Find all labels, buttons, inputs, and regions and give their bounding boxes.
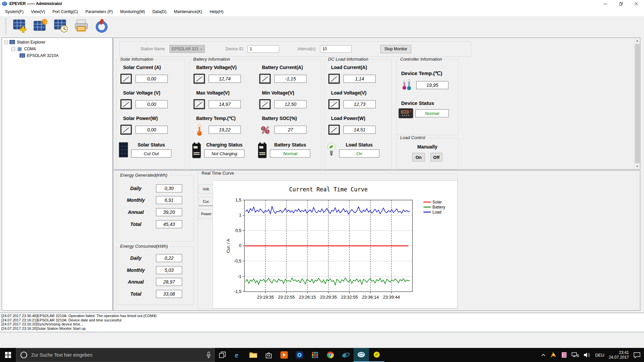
tab-cur[interactable]: Cur.	[199, 197, 214, 206]
vertical-scrollbar[interactable]: ▲ ▼	[634, 38, 640, 169]
station-settings-icon[interactable]: ⚡	[33, 18, 49, 34]
load-on-button[interactable]: On	[412, 153, 425, 162]
action-center-icon[interactable]	[633, 352, 641, 358]
avast-antivirus-icon[interactable]	[550, 352, 557, 358]
player-app-icon[interactable]	[292, 348, 307, 362]
tree-node-station-explorer[interactable]: − Station Explorer	[2, 39, 112, 46]
monitor-panel: Station Name EPSOLAR 321 ∨ Device ID 1 I…	[113, 38, 640, 170]
dc-load-information-title: DC Load Information	[327, 57, 370, 62]
light-bulb-icon	[326, 142, 336, 158]
file-explorer-icon[interactable]	[246, 348, 261, 362]
manually-label: Manually	[396, 144, 458, 149]
power-exit-icon[interactable]	[94, 18, 110, 34]
station-explorer-tree: − Station Explorer − COM4 EPSOLAR 3210A	[2, 38, 113, 311]
current-real-time-chart: Current Real Time CurveCur. / A1,510,50-…	[213, 180, 458, 308]
cortana-icon	[20, 351, 28, 359]
interval-label: Interval(s)	[298, 47, 316, 51]
battery-voltage-value: 12,74	[209, 75, 241, 83]
task-view-icon[interactable]	[215, 348, 230, 362]
real-time-curve-group: Real Time Curve Volt. Cur. Power Current…	[198, 173, 458, 309]
device-status-label: Device Status	[401, 100, 458, 106]
device-status-value: Normal	[415, 109, 449, 117]
energy-consumed-group: Energy Consumed(kWh) Daily 0,22 Monthly …	[116, 246, 194, 305]
add-station-icon[interactable]	[12, 18, 28, 34]
app-grid-icon[interactable]	[307, 348, 323, 362]
com-port-icon	[17, 47, 22, 52]
taskbar-search-input[interactable]: Zur Suche Text hier eingeben	[16, 348, 215, 362]
tab-volt[interactable]: Volt.	[199, 184, 214, 194]
svg-text:Load: Load	[432, 210, 441, 215]
battery-temp-value: 19,22	[209, 126, 241, 134]
interval-input[interactable]: 10	[320, 45, 352, 53]
scroll-up-icon[interactable]: ▲	[635, 38, 640, 44]
station-name-label: Station Name	[141, 47, 165, 51]
solar-power-value: 0,00	[136, 126, 168, 134]
system-tray: DEU 23:41 24.07.2017	[541, 348, 644, 362]
media-player-icon[interactable]	[276, 348, 292, 362]
device-id-input[interactable]: 1	[248, 45, 279, 53]
load-off-button[interactable]: Off	[430, 153, 442, 162]
tree-label-epsolar-3210a: EPSOLAR 3210A	[27, 53, 59, 58]
collapse-icon[interactable]: −	[4, 41, 8, 44]
menu-view[interactable]: View(V)	[27, 8, 49, 15]
scroll-down-icon[interactable]: ▼	[635, 164, 640, 169]
collapse-icon[interactable]: −	[11, 47, 15, 51]
scrollbar-thumb[interactable]	[635, 44, 640, 164]
store-icon[interactable]	[261, 348, 276, 362]
solar-voltage-value: 0,00	[136, 100, 168, 108]
svg-text:e: e	[343, 351, 346, 359]
restore-button[interactable]	[613, 0, 629, 7]
epever-app-taskbar-icon[interactable]	[354, 348, 369, 362]
svg-text:23:19:35: 23:19:35	[257, 295, 274, 300]
log-line: [24.07.2017 23:16:20]Synchronising devic…	[1, 322, 643, 326]
menu-system[interactable]: System(F)	[1, 8, 27, 15]
meter-gauge-icon	[259, 98, 271, 111]
station-name-select[interactable]: EPSOLAR 321 ∨	[169, 45, 205, 53]
battery-voltage-label: Battery Voltage(V)	[196, 65, 255, 70]
battery-current-value: -1,15	[274, 75, 307, 83]
microphone-icon[interactable]	[206, 352, 211, 358]
tree-node-com4[interactable]: − COM4	[2, 46, 112, 52]
start-button[interactable]	[0, 348, 16, 362]
toolbar: ⚡	[0, 16, 644, 36]
network-icon[interactable]	[572, 352, 579, 358]
chevron-down-icon: ∨	[200, 47, 202, 51]
meter-gauge-icon	[120, 72, 132, 85]
language-indicator[interactable]: DEU	[595, 353, 604, 358]
dual-thermometer-icon	[400, 79, 413, 92]
volume-icon[interactable]	[583, 352, 591, 358]
internet-explorer-icon[interactable]: e	[338, 348, 354, 362]
input-method-icon[interactable]	[561, 352, 567, 358]
battery-temp-label: Battery Temp.(℃)	[196, 116, 255, 121]
menu-monitoring[interactable]: Monitoring(M)	[116, 8, 149, 15]
gen-monthly-label: Monthly	[120, 197, 151, 203]
menu-data[interactable]: Data(D)	[149, 8, 170, 15]
tab-power[interactable]: Power	[199, 209, 214, 219]
yellow-app-taskbar-icon[interactable]	[369, 348, 384, 362]
print-icon[interactable]	[73, 18, 90, 34]
chrome-icon[interactable]	[323, 348, 338, 362]
window-titlebar: EPEVER —— Administrator	[0, 0, 644, 7]
tree-node-epsolar-3210a[interactable]: EPSOLAR 3210A	[2, 52, 112, 59]
svg-text:⚡: ⚡	[44, 20, 48, 24]
minimize-button[interactable]	[598, 0, 613, 7]
menu-maintenance[interactable]: Maintenance(K)	[170, 8, 206, 15]
clock-time: 23:41	[609, 350, 629, 355]
solar-status-value: Cut Out	[131, 149, 171, 158]
stop-monitor-button[interactable]: Stop Monitor	[380, 45, 411, 53]
meter-gauge-icon	[328, 123, 340, 136]
solar-status-label: Solar Status	[138, 142, 165, 147]
solar-voltage-label: Solar Voltage (V)	[123, 90, 185, 96]
solar-station-icon	[9, 40, 15, 45]
close-button[interactable]	[629, 0, 644, 7]
edge-icon[interactable]: e	[230, 348, 246, 362]
menu-parameters[interactable]: Parameters (P)	[82, 8, 116, 15]
menu-port-config[interactable]: Port Config(C)	[49, 8, 82, 15]
meter-gauge-icon	[328, 72, 340, 85]
menu-help[interactable]: Help(H)	[206, 8, 227, 15]
chevron-up-icon[interactable]	[541, 353, 546, 357]
station-time-icon[interactable]	[53, 18, 69, 34]
meter-gauge-icon	[328, 98, 340, 111]
taskbar-clock[interactable]: 23:41 24.07.2017	[609, 350, 629, 360]
meter-gauge-icon	[120, 98, 132, 111]
